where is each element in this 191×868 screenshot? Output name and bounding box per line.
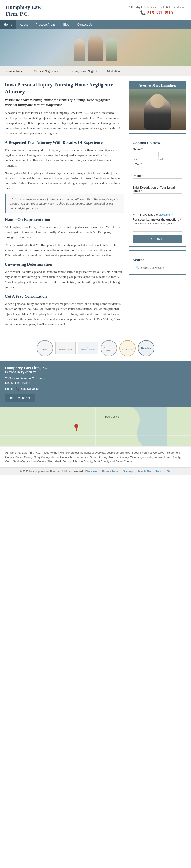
firm-name: Humphrey Law Firm, P.C.	[6, 4, 53, 17]
tagline-text: Passionate About Pursuing Justice for Vi…	[5, 97, 124, 107]
nav-about[interactable]: About	[16, 20, 32, 29]
nav-practice-areas[interactable]: Practice Areas	[32, 20, 60, 29]
disclaimer-req: *	[172, 213, 173, 216]
footer-link-return-top[interactable]: Return to Top	[155, 470, 171, 473]
disclaimer-row: ▶ I have read the disclaimer *	[133, 213, 182, 216]
security-answer-input[interactable]	[133, 226, 182, 232]
last-label: Last	[158, 158, 182, 161]
section4-para1: When a personal injury accident or medic…	[5, 301, 124, 327]
intro-paragraph: A passion for justice infuses all we do …	[5, 110, 124, 136]
tab-personal-injury[interactable]: Personal Injury	[0, 66, 29, 76]
footer-disclaimer: At Humphrey Law Firm, P.C., in Des Moine…	[0, 446, 191, 467]
section2-para1: At Humphrey Law Firm, P.C., you will not…	[5, 224, 124, 240]
hero-banner	[0, 29, 191, 66]
footer-phone: Phone: 📞 515-331-3510	[5, 387, 186, 391]
page-title: Iowa Personal Injury, Nursing Home Negli…	[5, 81, 124, 95]
phone-number: 515-331-3510	[147, 10, 173, 16]
badges-section: Iowa State Bar Assoc. AV Preeminent Mart…	[0, 336, 191, 361]
pull-quote: " Trial preparation is one of Iowa perso…	[5, 194, 124, 213]
practice-area-tabs: Personal Injury Medical Negligence Nursi…	[0, 66, 191, 76]
section3-heading: Unwavering Determination	[5, 262, 124, 267]
phone-icon: 📞	[140, 10, 146, 16]
nav-contact[interactable]: Contact Us	[73, 20, 96, 29]
footer-link-search-site[interactable]: Search Site	[137, 470, 151, 473]
nav-blog[interactable]: Blog	[60, 20, 73, 29]
section1-heading: A Respected Trial Attorney With Decades …	[5, 140, 124, 145]
content-column: Iowa Personal Injury, Nursing Home Negli…	[5, 81, 129, 330]
footer-link-disclaimer[interactable]: Disclaimer	[85, 470, 98, 473]
footer-phone-number: 515-331-3510	[21, 387, 39, 391]
badge-humphrey: Humphrey	[138, 340, 154, 356]
attorney-box: Attorney Marc Humphrey	[129, 81, 186, 130]
issue-required: *	[141, 189, 142, 193]
tab-medical-negligence[interactable]: Medical Negligence	[29, 66, 64, 76]
sidebar: Attorney Marc Humphrey Contact Us Now Na…	[129, 81, 186, 330]
disclaimer-link[interactable]: disclaimer	[159, 213, 171, 216]
main-nav: Home About Practice Areas Blog Contact U…	[0, 20, 191, 29]
attorney-head	[150, 94, 165, 108]
copyright-text: © 2025 by HumphreyLawFirm.com. All right…	[20, 470, 83, 473]
footer-tagline: Personal Injury Attorney	[5, 370, 186, 374]
email-input[interactable]	[133, 166, 182, 172]
search-heading: Search	[133, 258, 182, 262]
cta-text: Call Today to Schedule a Free Initial Co…	[128, 5, 185, 9]
section2-heading: Hands-On Representation	[5, 217, 124, 222]
badge-iowa-bar: Iowa State Bar Assoc.	[37, 340, 53, 356]
tab-mediation[interactable]: Mediation	[102, 66, 124, 76]
attorney-name: Attorney Marc Humphrey	[129, 81, 186, 89]
nav-home[interactable]: Home	[0, 20, 16, 29]
hero-visual	[74, 34, 117, 61]
directions-button[interactable]: DIRECTIONS	[5, 394, 35, 402]
name-label: Name *	[133, 148, 182, 151]
section4-heading: Get A Free Consultation	[5, 294, 124, 299]
footer-bottom: © 2025 by HumphreyLawFirm.com. All right…	[0, 467, 191, 475]
security-question: What is the first month of the year?	[133, 222, 182, 225]
section1-para1: The firm's founder, attorney Marc Humphr…	[5, 148, 124, 168]
footer-sep1: ·	[100, 470, 100, 473]
badge-av-preeminent: AV Preeminent Martindale-Hubbell	[55, 342, 76, 354]
footer-phone-label: Phone:	[5, 387, 14, 391]
section2-para2: Clients consistently find Mr. Humphrey t…	[5, 242, 124, 258]
attorney-photo	[129, 89, 186, 130]
quote-text: Trial preparation is one of Iowa persona…	[9, 197, 118, 210]
first-name-input[interactable]	[133, 152, 157, 157]
footer-address-line1: 2000 Grand Avenue, 2nd Floor	[5, 376, 186, 381]
header-cta: Call Today to Schedule a Free Initial Co…	[128, 5, 185, 16]
email-required: *	[141, 162, 142, 166]
email-field-group: Email *	[133, 162, 182, 172]
last-name-input[interactable]	[158, 152, 182, 157]
map-section[interactable]: Des Moines	[0, 407, 191, 446]
section3-para1: We consider it a privilege and an honor …	[5, 269, 124, 290]
first-label: First	[133, 158, 157, 161]
header-phone[interactable]: 📞 515-331-3510	[128, 10, 185, 16]
footer-link-sitemap[interactable]: Sitemap	[123, 470, 133, 473]
footer-address: 2000 Grand Avenue, 2nd Floor Des Moines,…	[5, 376, 186, 385]
contact-form-heading: Contact Us Now	[133, 141, 182, 145]
submit-button[interactable]: SUBMIT	[133, 235, 182, 243]
tab-nursing-home-neglect[interactable]: Nursing Home Neglect	[64, 66, 103, 76]
main-content-wrapper: Iowa Personal Injury, Nursing Home Negli…	[0, 76, 191, 336]
footer-firm-name: Humphrey Law Firm, P.C.	[5, 366, 186, 370]
disclaimer-text: I have read the	[140, 213, 158, 216]
contact-form-box: Contact Us Now Name * First Last	[129, 133, 186, 247]
issue-label: Brief Description of Your Legal Issue *	[133, 186, 182, 193]
svg-text:Des Moines: Des Moines	[105, 415, 119, 418]
section1-para2: Not only does Mr. Humphrey's extensive e…	[5, 170, 124, 191]
badge-aaj: American Association for Justice	[101, 340, 117, 356]
name-required: *	[141, 148, 143, 151]
issue-textarea[interactable]	[133, 193, 182, 210]
search-input[interactable]	[141, 266, 180, 270]
footer-sep4: ·	[153, 470, 154, 473]
phone-label: Phone *	[133, 174, 182, 178]
svg-point-7	[75, 424, 78, 428]
map-roads: Des Moines	[0, 407, 191, 446]
footer-disclaimer-text: At Humphrey Law Firm, P.C., in Des Moine…	[5, 451, 181, 463]
issue-field-group: Brief Description of Your Legal Issue *	[133, 186, 182, 211]
search-box: Search 🔍	[129, 250, 186, 275]
footer-address-line2: Des Moines, IA 50312	[5, 381, 186, 385]
footer-link-privacy[interactable]: Privacy Policy	[102, 470, 118, 473]
disclaimer-checkbox[interactable]	[136, 213, 139, 216]
footer-phone-icon: 📞	[16, 387, 20, 391]
phone-input[interactable]	[133, 178, 182, 184]
badge-top100: The National Trial Lawyers Top 100	[119, 340, 136, 356]
